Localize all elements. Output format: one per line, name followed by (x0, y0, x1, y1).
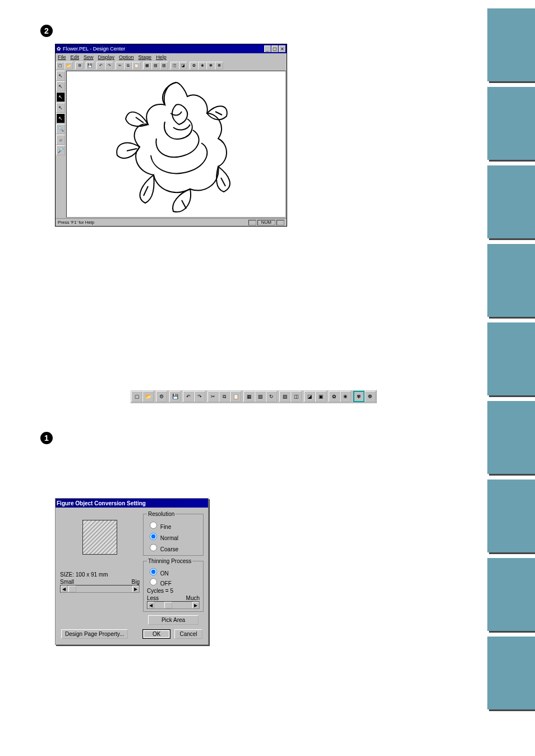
cancel-button[interactable]: Cancel (174, 629, 202, 639)
toolbar2-copy-icon[interactable]: ⧉ (219, 391, 230, 402)
maximize-button[interactable]: ▢ (271, 45, 278, 52)
toolbar-net-icon[interactable]: ⚙ (75, 62, 84, 70)
svg-line-5 (144, 186, 148, 196)
side-tool-5-icon[interactable]: ↖ (56, 113, 65, 123)
toolbar2-new-icon[interactable]: ▢ (131, 391, 142, 402)
menu-option[interactable]: Option (119, 54, 134, 60)
pick-area-button[interactable]: Pick Area (148, 615, 199, 625)
statusbar: Press 'F1' for Help NUM (56, 218, 287, 226)
zoom-in-icon[interactable]: 🔍 (56, 124, 65, 134)
ok-button[interactable]: OK (142, 629, 170, 639)
toolbar2-selected-icon[interactable]: ✾ (353, 391, 365, 402)
design-page-property-button[interactable]: Design Page Property... (61, 629, 128, 639)
zoom-fit-icon[interactable]: ⌕ (56, 135, 65, 145)
toolbar-open-icon[interactable]: 📂 (64, 62, 73, 70)
svg-line-3 (221, 178, 225, 186)
menu-stage[interactable]: Stage (139, 54, 152, 60)
canvas[interactable] (66, 71, 286, 218)
radio-off[interactable]: OFF (147, 577, 172, 587)
radio-on[interactable]: ON (147, 566, 169, 577)
cycles-thumb[interactable] (164, 602, 172, 609)
toolbar-btn[interactable]: ▦ (143, 62, 151, 70)
toolbar-btn[interactable]: ✿ (190, 62, 198, 70)
status-pane (248, 220, 256, 225)
side-tab[interactable] (487, 322, 535, 395)
radio-fine[interactable]: Fine (147, 520, 200, 530)
toolbar2-btn[interactable]: ❁ (365, 391, 376, 402)
side-tab[interactable] (487, 558, 535, 631)
size-thumb[interactable] (68, 586, 76, 592)
toolbar-undo-icon[interactable]: ↶ (96, 62, 105, 70)
toolbar2-btn[interactable]: ▨ (279, 391, 290, 402)
toolbar-btn[interactable]: ▧ (151, 62, 160, 70)
side-tool-4-icon[interactable]: ↖ (56, 103, 65, 113)
minimize-button[interactable]: _ (264, 45, 271, 52)
toolbar2-btn[interactable]: ▣ (315, 391, 326, 402)
toolbar: ▢ 📂 ⚙ 💾 ↶ ↷ ✂ ⧉ 📋 ▦ ▧ ▨ ◫ ◪ ✿ ❀ ✾ ❁ (56, 61, 287, 70)
svg-line-2 (215, 112, 222, 115)
toolbar2-cut-icon[interactable]: ✂ (207, 391, 219, 402)
app-icon: ✿ (57, 46, 61, 52)
side-tab[interactable] (487, 480, 535, 552)
toolbar2-btn[interactable]: ✿ (329, 391, 340, 402)
size-min-label: Small (60, 579, 74, 585)
toolbar-cut-icon[interactable]: ✂ (116, 62, 124, 70)
close-button[interactable]: ✕ (279, 45, 285, 52)
dialog-title: Figure Object Conversion Setting (57, 500, 146, 506)
menubar: File Edit Sew Display Option Stage Help (56, 53, 287, 61)
cycles-label: Cycles = 5 (147, 588, 200, 594)
toolbar2-btn[interactable]: ❀ (340, 391, 351, 402)
toolbar-btn[interactable]: ✾ (206, 62, 215, 70)
toolbar-new-icon[interactable]: ▢ (56, 62, 64, 70)
toolbar-paste-icon[interactable]: 📋 (132, 62, 141, 70)
side-tool-2-icon[interactable]: ↖ (56, 81, 65, 91)
toolbar-copy-icon[interactable]: ⧉ (124, 62, 132, 70)
menu-help[interactable]: Help (156, 54, 167, 60)
toolbar-btn[interactable]: ◪ (179, 62, 187, 70)
side-tab[interactable] (487, 637, 535, 709)
toolbar2-undo-icon[interactable]: ↶ (183, 391, 194, 402)
toolbar2-btn[interactable]: ◪ (304, 391, 315, 402)
menu-edit[interactable]: Edit (71, 54, 80, 60)
radio-coarse[interactable]: Coarse (147, 542, 200, 552)
toolbar2-btn[interactable]: ▧ (255, 391, 266, 402)
size-right-arrow-icon[interactable]: ▶ (132, 586, 139, 592)
side-tool-3-icon[interactable]: ↖ (56, 92, 65, 102)
cycles-min-label: Less (147, 595, 159, 601)
side-tab[interactable] (487, 401, 535, 474)
menu-file[interactable]: File (58, 54, 66, 60)
thinning-legend: Thinning Process (147, 558, 192, 564)
radio-normal[interactable]: Normal (147, 531, 200, 541)
toolbar2-paste-icon[interactable]: 📋 (230, 391, 241, 402)
menu-display[interactable]: Display (98, 54, 115, 60)
toolbar2-save-icon[interactable]: 💾 (169, 391, 181, 402)
rose-image (109, 71, 243, 217)
toolbar2-net-icon[interactable]: ⚙ (156, 391, 167, 402)
size-max-label: Big (132, 579, 140, 585)
toolbar-btn[interactable]: ▨ (160, 62, 168, 70)
toolbar-btn[interactable]: ❁ (215, 62, 223, 70)
side-tab[interactable] (487, 244, 535, 317)
toolbar2-open-icon[interactable]: 📂 (142, 391, 154, 402)
side-tool-1-icon[interactable]: ↖ (56, 71, 65, 81)
cycles-right-arrow-icon[interactable]: ▶ (192, 602, 199, 609)
cycles-slider[interactable]: ◀ ▶ (147, 601, 200, 609)
toolbar-btn[interactable]: ◫ (170, 62, 179, 70)
size-left-arrow-icon[interactable]: ◀ (61, 586, 67, 592)
size-slider[interactable]: ◀ ▶ (60, 585, 140, 593)
zoom-out-icon[interactable]: 🔎 (56, 145, 65, 155)
toolbar-redo-icon[interactable]: ↷ (105, 62, 113, 70)
toolbar-btn[interactable]: ❀ (198, 62, 206, 70)
status-text: Press 'F1' for Help (58, 220, 247, 225)
cycles-left-arrow-icon[interactable]: ◀ (147, 602, 154, 609)
svg-line-4 (182, 200, 186, 209)
toolbar2-btn[interactable]: ◫ (290, 391, 302, 402)
toolbar2-redo-icon[interactable]: ↷ (194, 391, 205, 402)
side-tab[interactable] (487, 87, 535, 160)
toolbar2-btn[interactable]: ↻ (266, 391, 277, 402)
side-tab[interactable] (487, 8, 535, 81)
toolbar-save-icon[interactable]: 💾 (86, 62, 94, 70)
toolbar2-btn[interactable]: ▦ (243, 391, 255, 402)
side-tab[interactable] (487, 165, 535, 238)
menu-sew[interactable]: Sew (84, 54, 94, 60)
